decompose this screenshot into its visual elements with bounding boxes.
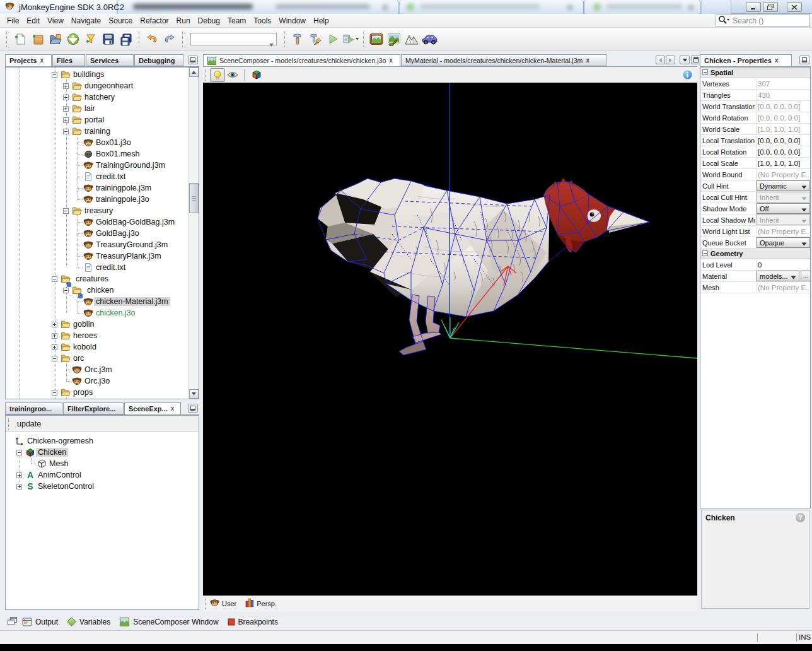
tree-label[interactable]: Chicken-ogremesh — [25, 437, 95, 445]
tree-label[interactable]: TrainingGround.j3m — [94, 161, 167, 170]
tree-collapse-handle[interactable] — [52, 72, 57, 78]
tree-label[interactable]: Orc.j3o — [83, 377, 112, 385]
tree-expand-handle[interactable] — [16, 484, 22, 490]
menu-help[interactable]: Help — [310, 15, 333, 27]
property-row-lod-level[interactable]: Lod Level0 — [700, 259, 810, 271]
properties-tab-chicken-properties[interactable]: Chicken - Propertiesx — [700, 54, 792, 67]
tree-label[interactable]: Chicken — [36, 448, 68, 457]
tree-row-dungeonheart[interactable]: dungeonheart — [6, 80, 199, 91]
tree-row-trainingpole-j3o[interactable]: trainingpole.j3o — [6, 194, 199, 205]
property-row-shadow-mode[interactable]: Shadow ModeOff — [700, 203, 810, 214]
property-row-local-translation[interactable]: Local Translation[0.0, 0.0, 0.0] — [700, 135, 810, 146]
tree-label[interactable]: AnimControl — [36, 471, 83, 479]
save-all-button[interactable] — [117, 30, 135, 48]
tree-label[interactable]: lair — [83, 104, 97, 113]
menu-tools[interactable]: Tools — [250, 15, 275, 27]
tree-label[interactable]: treasury — [83, 206, 115, 215]
tree-row-props[interactable]: props — [6, 387, 199, 398]
tab-close-icon[interactable]: x — [40, 57, 44, 64]
tree-row-animcontrol[interactable]: AAnimControl — [6, 469, 198, 481]
minimize-panel-button[interactable] — [799, 56, 809, 64]
tree-collapse-handle[interactable] — [63, 288, 69, 293]
menu-refactor[interactable]: Refactor — [136, 15, 172, 27]
tree-label[interactable]: chicken.j3o — [94, 308, 137, 317]
vehicle-button[interactable] — [420, 30, 438, 48]
property-row-mesh[interactable]: Mesh(No Property E... — [700, 282, 810, 293]
camera-eye-button[interactable] — [225, 68, 240, 82]
property-row-world-bound[interactable]: World Bound(No Property E... — [700, 169, 810, 180]
undo-button[interactable] — [143, 30, 161, 48]
tree-row-treasuryground-j3m[interactable]: TreasuryGround.j3m — [6, 239, 199, 250]
camera-mode-label[interactable]: User — [222, 600, 236, 607]
tree-expand-handle[interactable] — [52, 322, 57, 327]
tree-label[interactable]: dungeonheart — [83, 81, 135, 90]
projects-tab-projects[interactable]: Projectsx — [5, 54, 52, 67]
menu-edit[interactable]: Edit — [23, 15, 44, 27]
projects-tab-files[interactable]: Files — [52, 54, 85, 66]
update-button[interactable]: update — [12, 418, 46, 430]
tab-close-icon[interactable]: x — [389, 57, 393, 64]
tree-row-training[interactable]: training — [6, 126, 199, 137]
tree-label[interactable]: chicken — [85, 286, 115, 295]
tree-collapse-handle[interactable] — [52, 276, 57, 282]
help-icon[interactable]: ? — [796, 513, 805, 522]
tree-row-orc[interactable]: orc — [6, 353, 199, 364]
tree-expand-handle[interactable] — [63, 106, 69, 112]
tree-row-treasuryplank-j3m[interactable]: TreasuryPlank.j3m — [6, 250, 199, 262]
redo-button[interactable] — [161, 30, 178, 48]
new-file-button[interactable] — [11, 30, 29, 48]
tree-row-box01-j3o[interactable]: Box01.j3o — [6, 137, 199, 148]
window-restore-button[interactable] — [763, 2, 778, 12]
minimized-variables-button[interactable]: Variables — [67, 617, 110, 626]
property-row-queue-bucket[interactable]: Queue BucketOpaque — [700, 237, 810, 249]
property-row-vertexes[interactable]: Vertexes307 — [700, 78, 810, 90]
property-row-local-shadow-mode[interactable]: Local Shadow ModeInherit — [700, 214, 810, 226]
cube-shape-button[interactable] — [248, 68, 264, 82]
tree-row-lair[interactable]: lair — [6, 103, 199, 114]
menu-file[interactable]: File — [3, 15, 23, 27]
property-row-world-translation[interactable]: World Translation[0.0, 0.0, 0.0] — [700, 101, 810, 112]
tree-label[interactable]: heroes — [71, 331, 99, 340]
tree-row-skeletoncontrol[interactable]: SSkeletonControl — [6, 481, 198, 492]
tab-close-icon[interactable]: x — [775, 57, 779, 64]
property-row-material[interactable]: Materialmodels...... — [700, 271, 810, 282]
tree-row-chicken[interactable]: Chicken — [6, 447, 198, 458]
tree-label[interactable]: credit.txt — [94, 172, 127, 181]
open-project-button[interactable] — [47, 30, 64, 48]
save-button[interactable] — [100, 30, 117, 48]
info-icon[interactable] — [683, 70, 692, 82]
tree-label[interactable]: portal — [83, 115, 106, 124]
scroll-down-button[interactable] — [189, 389, 199, 399]
tree-label[interactable]: Mesh — [47, 459, 71, 468]
tree-label[interactable]: SkeletonControl — [36, 482, 96, 491]
projection-mode-label[interactable]: Persp. — [257, 600, 277, 607]
minimize-panel-button[interactable] — [188, 56, 198, 64]
tree-expand-handle[interactable] — [16, 472, 22, 478]
projects-tab-debugging[interactable]: Debugging — [134, 54, 183, 66]
minimize-panel-button[interactable] — [188, 404, 198, 413]
explorer-tab-filterexplore[interactable]: FilterExplore... — [63, 402, 124, 414]
tree-row-box01-mesh[interactable]: Box01.mesh — [6, 148, 199, 160]
property-row-local-scale[interactable]: Local Scale[1.0, 1.0, 1.0] — [700, 158, 810, 169]
scroll-up-button[interactable] — [189, 67, 199, 77]
menu-team[interactable]: Team — [224, 15, 250, 27]
tree-row-hatchery[interactable]: hatchery — [6, 91, 199, 103]
property-combo-cull-hint[interactable]: Dynamic — [757, 180, 810, 191]
scroll-tabs-left-button[interactable] — [656, 56, 665, 64]
tree-row-orc-j3m[interactable]: Orc.j3m — [6, 364, 199, 375]
tree-label[interactable]: TreasuryPlank.j3m — [94, 252, 163, 261]
tree-row-goblin[interactable]: goblin — [6, 319, 199, 330]
menu-window[interactable]: Window — [275, 15, 310, 27]
tree-label[interactable]: buildings — [71, 70, 106, 79]
tree-label[interactable]: Orc.j3m — [83, 365, 114, 374]
tree-label[interactable]: props — [71, 388, 95, 397]
property-section-geometry[interactable]: Geometry — [700, 249, 810, 259]
restore-window-group-icon[interactable] — [8, 616, 17, 628]
projects-tree-scrollbar[interactable] — [188, 67, 199, 399]
property-combo-shadow-mode[interactable]: Off — [757, 203, 810, 214]
tree-label[interactable]: Box01.mesh — [94, 150, 141, 158]
tree-row-goldbag-goldbag-j3m[interactable]: GoldBag-GoldBag.j3m — [6, 216, 199, 228]
property-row-world-light-list[interactable]: World Light List(No Property E... — [700, 226, 810, 237]
tree-expand-handle[interactable] — [52, 333, 57, 339]
tree-row-item[interactable] — [6, 398, 199, 399]
